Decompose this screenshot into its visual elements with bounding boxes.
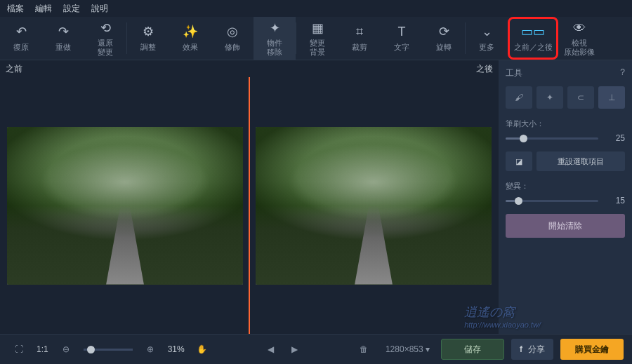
prev-button[interactable]: ◀ [261,339,282,360]
adjust-button[interactable]: ⚙調整 [127,17,169,60]
revert-button[interactable]: ⟲還原 變更 [84,17,126,60]
delete-button[interactable]: 🗑 [353,339,374,360]
stamp-icon: ⊥ [608,93,615,102]
bg-icon: ▦ [310,20,325,36]
fullscreen-icon: ⛶ [15,344,23,354]
next-button[interactable]: ▶ [284,339,305,360]
compare-divider[interactable] [249,77,250,334]
brushsize-label: 筆刷大小： [506,119,625,129]
menu-bar: 檔案 編輯 設定 說明 [0,0,632,17]
retouch-button[interactable]: ◎修飾 [211,17,254,60]
footer-bar: ⛶ 1:1 ⊖ ⊕ 31% ✋ ◀ ▶ 🗑 1280×853 ▾ 儲存 f分享 … [0,334,632,364]
variation-label: 變異： [506,181,625,191]
brush-tool[interactable]: 🖌 [506,86,532,109]
object-remove-button[interactable]: ✦物件 移除 [254,17,296,60]
help-button[interactable]: ? [620,67,625,79]
buy-button[interactable]: 購買金鑰 [560,339,624,360]
remove-icon: ✦ [267,20,282,36]
main-toolbar: ↶復原 ↷重做 ⟲還原 變更 ⚙調整 ✨效果 ◎修飾 ✦物件 移除 ▦變更 背景… [0,17,632,60]
menu-help[interactable]: 說明 [91,3,108,15]
adjust-icon: ⚙ [140,24,156,39]
revert-icon: ⟲ [98,20,113,36]
effects-icon: ✨ [183,24,198,39]
tools-panel: 工具 ? 🖌 ✦ ⊂ ⊥ 筆刷大小： 25 ◪ 重設選取項目 變異： 15 開始… [499,60,632,334]
lasso-icon: ⊂ [577,93,584,102]
eraser-icon: ◪ [515,157,522,166]
zoom-slider[interactable] [84,349,133,351]
undo-icon: ↶ [13,24,29,39]
zoom-in-button[interactable]: ⊕ [140,339,161,360]
share-button[interactable]: f分享 [511,339,553,360]
pan-button[interactable]: ✋ [192,339,213,360]
zoom-out-icon: ⊖ [62,344,70,354]
after-image[interactable] [256,127,492,285]
redo-button[interactable]: ↷重做 [42,17,84,60]
start-erase-button[interactable]: 開始清除 [506,214,625,238]
text-button[interactable]: T文字 [381,17,423,60]
more-button[interactable]: ⌄更多 [466,17,508,60]
crop-icon: ⌗ [352,24,367,39]
prev-icon: ◀ [268,344,274,354]
compare-icon: ▭▭ [525,24,541,39]
zoom-value: 31% [168,344,185,354]
after-label: 之後 [476,63,493,74]
view-original-button[interactable]: 👁檢視 原始影像 [558,17,600,60]
text-icon: T [394,24,409,39]
before-after-button[interactable]: ▭▭之前／之後 [508,17,558,60]
menu-edit[interactable]: 編輯 [35,3,52,15]
undo-button[interactable]: ↶復原 [0,17,42,60]
stamp-tool[interactable]: ⊥ [598,86,625,109]
next-icon: ▶ [291,344,298,354]
rotate-icon: ⟳ [436,24,452,39]
menu-file[interactable]: 檔案 [7,3,24,15]
chevron-down-icon: ⌄ [479,24,494,39]
workspace: 之前 之後 工具 ? 🖌 ✦ ⊂ ⊥ 筆刷大小： 25 ◪ 重設選取項目 變異： [0,60,632,334]
eye-icon: 👁 [572,20,587,36]
variation-slider[interactable] [506,200,598,202]
lasso-tool[interactable]: ⊂ [567,86,594,109]
menu-settings[interactable]: 設定 [63,3,80,15]
retouch-icon: ◎ [225,24,240,39]
wand-icon: ✦ [546,93,553,102]
eraser-button[interactable]: ◪ [506,151,532,171]
dimensions-label: 1280×853 ▾ [386,344,430,354]
facebook-icon: f [520,344,522,354]
brush-icon: 🖌 [515,93,523,102]
before-image[interactable] [7,127,243,285]
save-button[interactable]: 儲存 [441,339,504,360]
panel-title: 工具 [506,67,522,79]
variation-value: 15 [604,196,625,205]
hand-icon: ✋ [197,344,207,354]
background-change-button[interactable]: ▦變更 背景 [296,17,338,60]
trash-icon: 🗑 [360,344,368,354]
brushsize-value: 25 [604,133,625,143]
reset-selection-button[interactable]: 重設選取項目 [536,151,625,171]
zoom-in-icon: ⊕ [147,344,154,354]
effects-button[interactable]: ✨效果 [169,17,211,60]
canvas-area: 之前 之後 [0,60,499,334]
crop-button[interactable]: ⌗裁剪 [338,17,381,60]
before-label: 之前 [6,63,476,74]
rotate-button[interactable]: ⟳旋轉 [423,17,465,60]
magic-wand-tool[interactable]: ✦ [536,86,563,109]
redo-icon: ↷ [55,24,71,39]
fullscreen-button[interactable]: ⛶ [8,339,29,360]
ratio-label[interactable]: 1:1 [37,344,48,354]
zoom-out-button[interactable]: ⊖ [55,339,77,360]
brushsize-slider[interactable] [506,137,598,140]
